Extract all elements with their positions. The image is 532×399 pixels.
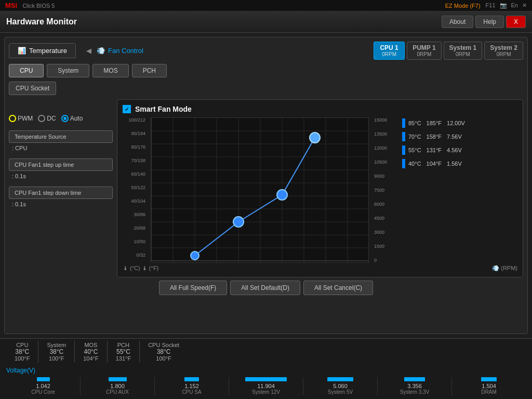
y-label-0: 100/212 (123, 117, 148, 123)
chart-bottom-icons: 🌡 (°C) 🌡 (°F) 💨 (RPM) (123, 265, 517, 272)
status-system: System 38°C 100°F (38, 341, 75, 363)
all-set-cancel-button[interactable]: All Set Cancel(C) (303, 281, 373, 295)
about-button[interactable]: About (442, 16, 473, 28)
fan-tab-cpu1[interactable]: CPU 1 0RPM (374, 42, 405, 60)
y-label-4: 60/140 (123, 171, 148, 177)
f11-icon[interactable]: F11 (486, 2, 496, 9)
fan-tab-sys1[interactable]: System 1 0RPM (444, 42, 483, 60)
voltage-dram-val: 1.504 (454, 383, 524, 389)
v-bar-cpu-core (37, 377, 50, 381)
voltage-cpu-core-bar (8, 377, 78, 381)
smart-fan-checkbox[interactable]: ✓ (123, 105, 131, 113)
voltage-cpu-core-val: 1.042 (8, 383, 78, 389)
main-body: PWM DC Auto Temperature Source : CPU (9, 99, 523, 277)
y-label-9: 10/50 (123, 239, 148, 244)
status-cpu-socket-name: CPU Socket (148, 342, 179, 348)
bios-title: Click BIOS 5 (22, 3, 55, 9)
temp-tab-label: Temperature (29, 47, 67, 55)
temp-source-section: Temperature Source : CPU (9, 130, 113, 152)
yr-label-10: 0 (372, 258, 397, 263)
fan-curve-chart[interactable] (151, 117, 369, 263)
help-button[interactable]: Help (475, 16, 504, 28)
fan-rpm-icon: 💨 (RPM) (492, 265, 517, 272)
voltage-cpu-sa-val: 1.152 (157, 383, 227, 389)
voltage-cpu-core-name: CPU Core (8, 389, 78, 395)
v-bar-cpu-sa (184, 377, 199, 381)
source-btn-pch[interactable]: PCH (132, 64, 167, 77)
radio-pwm[interactable]: PWM (9, 115, 33, 122)
chart-panel: ✓ Smart Fan Mode 100/212 90/194 80/176 7… (117, 99, 523, 277)
legend-fahr-55: 131°F (427, 147, 442, 153)
cpu-socket-button[interactable]: CPU Socket (9, 82, 56, 95)
all-full-speed-button[interactable]: All Full Speed(F) (159, 281, 227, 295)
radio-auto[interactable]: Auto (61, 115, 83, 122)
fan-control-label: Fan Control (108, 47, 143, 55)
step-up-section: CPU Fan1 step up time : 0.1s (9, 158, 113, 180)
voltage-cpu-aux-name: CPU AUX (83, 389, 152, 395)
lang-icon[interactable]: En (511, 2, 518, 9)
voltage-sys5v: 5.060 System 5V (303, 377, 378, 395)
fan-tab-cpu1-name: CPU 1 (379, 44, 399, 51)
yr-label-9: 1500 (372, 244, 397, 249)
y-label-3: 70/158 (123, 158, 148, 163)
v-bar-sys5v (327, 377, 353, 381)
curve-point-1[interactable] (191, 251, 199, 260)
yr-label-3: 10500 (372, 159, 397, 165)
fan-tab-pump1[interactable]: PUMP 1 0RPM (407, 42, 441, 60)
y-label-2: 80/176 (123, 144, 148, 150)
screenshot-icon[interactable]: 📷 (500, 2, 507, 9)
source-btn-system[interactable]: System (47, 64, 89, 77)
status-cpu-socket-celsius: 38°C (148, 348, 179, 355)
temp-source-button[interactable]: Temperature Source (9, 130, 113, 143)
status-cpu-celsius: 38°C (15, 348, 30, 355)
step-up-button[interactable]: CPU Fan1 step up time (9, 158, 113, 171)
cpu-socket-row: CPU Socket (9, 82, 523, 95)
v-bar-sys12v (245, 377, 287, 381)
voltage-cpu-core: 1.042 CPU Core (6, 377, 81, 395)
fan-tabs: CPU 1 0RPM PUMP 1 0RPM System 1 0RPM Sys… (374, 42, 523, 60)
voltage-cpu-aux-bar (83, 377, 152, 381)
step-down-section: CPU Fan1 step down time : 0.1s (9, 187, 113, 208)
tab-fan-control[interactable]: ◀ 💨 Fan Control (86, 47, 143, 55)
voltage-sys12v-bar (231, 377, 301, 381)
voltage-cpu-sa-name: CPU SA (157, 389, 227, 395)
tab-temperature[interactable]: 📊 Temperature (9, 43, 76, 58)
radio-dc-circle (38, 115, 45, 122)
legend-bar-85 (402, 118, 405, 128)
legend-v-40: 1.56V (447, 161, 462, 167)
legend-item-55: 55°C 131°F 4.56V (402, 145, 465, 155)
close-button[interactable]: X (506, 16, 526, 28)
voltage-cpu-aux: 1.800 CPU AUX (81, 377, 155, 395)
status-pch-celsius: 55°C (116, 348, 131, 355)
voltage-sys5v-bar (305, 377, 375, 381)
voltage-sys5v-val: 5.060 (305, 383, 375, 389)
source-btn-mos[interactable]: MOS (92, 64, 128, 77)
yr-label-4: 9000 (372, 174, 397, 179)
legend-val-70: 70°C (408, 134, 421, 140)
curve-point-3[interactable] (277, 190, 287, 200)
fan-tab-sys2[interactable]: System 2 0RPM (484, 42, 523, 60)
curve-point-2[interactable] (233, 217, 244, 227)
status-cpu-fahr: 100°F (15, 355, 30, 362)
radio-pwm-circle (9, 115, 16, 122)
voltage-sys12v: 11.904 System 12V (229, 377, 303, 395)
step-down-button[interactable]: CPU Fan1 step down time (9, 187, 113, 199)
voltage-sys33v: 3.356 System 3.3V (378, 377, 452, 395)
smart-fan-header: ✓ Smart Fan Mode (123, 105, 517, 113)
all-set-default-button[interactable]: All Set Default(D) (230, 281, 300, 295)
window-close-top[interactable]: ✕ (522, 2, 527, 9)
window-titlebar: Hardware Monitor About Help X (0, 11, 532, 33)
top-tab-row: 📊 Temperature ◀ 💨 Fan Control CPU 1 0RPM… (9, 42, 523, 60)
yr-label-6: 6000 (372, 202, 397, 207)
source-btn-cpu[interactable]: CPU (9, 64, 44, 77)
window-title: Hardware Monitor (6, 17, 77, 26)
v-bar-sys33v (404, 377, 425, 381)
legend-val-85: 85°C (408, 120, 421, 126)
voltage-label: Voltage(V) (6, 367, 526, 374)
source-buttons-row: CPU System MOS PCH (9, 64, 523, 77)
fan-tab-sys1-name: System 1 (449, 44, 477, 51)
fan-icon: 💨 (97, 47, 105, 55)
curve-point-4[interactable] (310, 132, 320, 143)
radio-dc[interactable]: DC (38, 115, 56, 122)
fan-curve-line (195, 138, 315, 256)
